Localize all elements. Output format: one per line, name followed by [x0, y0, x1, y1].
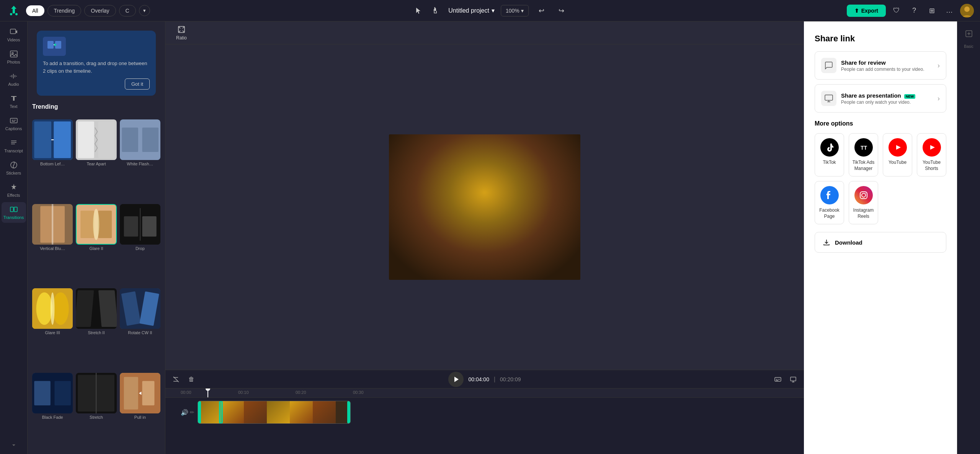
delete-clip-button[interactable]: 🗑 — [185, 373, 198, 385]
video-clip[interactable] — [198, 401, 351, 424]
platform-youtube-shorts[interactable]: YouTube Shorts — [917, 133, 946, 176]
transition-item-rotate-cw-ii[interactable]: Rotate CW II — [120, 288, 160, 370]
left-sidebar: Videos Photos Audio Text Captions Transc… — [0, 21, 28, 454]
caption-toggle[interactable] — [772, 373, 784, 385]
hand-tool[interactable] — [428, 4, 442, 18]
transition-thumb-vertical-blur — [32, 204, 73, 245]
transition-thumb-stretch — [76, 373, 116, 413]
svg-point-30 — [93, 209, 99, 240]
svg-point-36 — [52, 292, 69, 325]
clip-trim-left[interactable] — [198, 401, 201, 423]
platform-tiktok[interactable]: TikTok — [815, 133, 844, 176]
sidebar-item-audio[interactable]: Audio — [2, 69, 26, 90]
ruler-mark-0: 00:00 — [181, 390, 191, 395]
share-presentation-desc: People can only watch your video. — [841, 100, 915, 105]
filter-trending[interactable]: Trending — [47, 5, 82, 16]
sidebar-label-audio: Audio — [8, 82, 19, 87]
filter-dropdown[interactable]: ▾ — [139, 5, 150, 16]
share-review-desc: People can add comments to your video. — [841, 67, 924, 72]
svg-point-69 — [480, 203, 484, 206]
platform-tiktok-ads[interactable]: TT TikTok Ads Manager — [849, 133, 878, 176]
svg-point-99 — [865, 193, 866, 194]
project-title-btn[interactable]: Untitled project ▾ — [448, 7, 495, 14]
transition-item-pull-in[interactable]: Pull in — [120, 373, 160, 454]
svg-marker-86 — [502, 150, 519, 161]
facebook-icon — [820, 186, 839, 204]
sidebar-item-text[interactable]: Text — [2, 91, 26, 112]
transition-item-vertical-blur[interactable]: Vertical Blu… — [32, 204, 73, 286]
sidebar-item-transcript[interactable]: Transcript — [2, 136, 26, 156]
avatar[interactable] — [960, 4, 974, 18]
transition-item-white-flash[interactable]: White Flash… — [120, 119, 160, 201]
basic-panel-btn[interactable] — [960, 24, 978, 43]
svg-marker-85 — [500, 146, 521, 161]
timeline-ruler: 00:00 00:10 00:20 00:30 — [165, 389, 804, 398]
sidebar-item-captions[interactable]: Captions — [2, 113, 26, 134]
ruler-mark-3: 00:30 — [353, 390, 364, 395]
transition-item-stretch-ii[interactable]: Stretch II — [76, 288, 116, 370]
screen-toggle[interactable] — [787, 373, 799, 385]
filter-c[interactable]: C — [119, 5, 136, 16]
share-presentation-option[interactable]: Share as presentation NEW People can onl… — [815, 84, 946, 113]
platform-instagram[interactable]: Instagram Reels — [849, 181, 878, 224]
redo-btn[interactable]: ↪ — [555, 4, 568, 18]
play-button[interactable] — [448, 372, 464, 387]
sidebar-item-effects[interactable]: Effects — [2, 180, 26, 201]
new-badge: NEW — [904, 94, 915, 99]
svg-point-78 — [498, 186, 500, 188]
timeline-area: 🗑 00:04:00 | 00:20:09 — [165, 370, 804, 454]
svg-rect-92 — [791, 377, 796, 381]
volume-icon[interactable]: 🔊 — [181, 409, 188, 416]
svg-point-3 — [964, 7, 970, 12]
pencil-icon[interactable]: ✏ — [190, 409, 194, 415]
grid-btn[interactable]: ⊞ — [925, 4, 939, 18]
transition-item-tear-apart[interactable]: Tear Apart — [76, 119, 116, 201]
transition-thumb-glare-ii — [76, 204, 116, 245]
share-presentation-title: Share as presentation NEW — [841, 92, 915, 99]
filter-all[interactable]: All — [26, 5, 44, 16]
svg-rect-45 — [34, 381, 51, 405]
svg-rect-46 — [54, 381, 71, 405]
sidebar-item-transitions[interactable]: Transitions — [2, 202, 26, 223]
undo-btn[interactable]: ↩ — [535, 4, 549, 18]
got-it-button[interactable]: Got it — [125, 78, 150, 90]
share-for-review-option[interactable]: Share for review People can add comments… — [815, 51, 946, 80]
sidebar-item-stickers[interactable]: Stickers — [2, 158, 26, 178]
clip-trim-right[interactable] — [347, 401, 350, 423]
platform-facebook[interactable]: Facebook Page — [815, 181, 844, 224]
transition-tooltip-box: To add a transition, drag and drop one b… — [37, 31, 156, 96]
platform-youtube[interactable]: YouTube — [883, 133, 912, 176]
transition-item-glare-ii[interactable]: Glare II — [76, 204, 116, 286]
sidebar-expand-btn[interactable] — [2, 439, 26, 451]
more-btn[interactable]: … — [942, 4, 956, 18]
transition-item-stretch[interactable]: Stretch — [76, 373, 116, 454]
share-option-text-review: Share for review People can add comments… — [841, 59, 924, 72]
youtube-shorts-name: YouTube Shorts — [920, 160, 943, 171]
svg-point-98 — [862, 193, 866, 197]
shield-btn[interactable]: 🛡 — [890, 4, 903, 18]
help-btn[interactable]: ? — [907, 4, 921, 18]
tooltip-preview-icon — [43, 37, 66, 56]
trim-button[interactable] — [170, 373, 182, 385]
share-panel: Share link Share for review People can a… — [804, 21, 957, 454]
transition-label-black-fade: Black Fade — [32, 415, 73, 423]
select-tool[interactable] — [412, 4, 425, 18]
download-button[interactable]: Download — [815, 232, 946, 253]
svg-marker-84 — [450, 150, 467, 161]
transition-item-glare-iii[interactable]: Glare III — [32, 288, 73, 370]
transition-item-bottom-left[interactable]: Bottom Lef… — [32, 119, 73, 201]
video-canvas — [165, 44, 804, 370]
svg-marker-96 — [930, 145, 935, 150]
filter-overlay[interactable]: Overlay — [84, 5, 116, 16]
svg-point-74 — [494, 183, 502, 193]
sidebar-item-photos[interactable]: Photos — [2, 47, 26, 67]
export-button[interactable]: ⬆ Export — [847, 5, 886, 17]
transition-item-drop[interactable]: Drop — [120, 204, 160, 286]
ratio-button[interactable]: Ratio — [172, 22, 191, 44]
zoom-control[interactable]: 100% ▾ — [501, 5, 529, 16]
transition-item-black-fade[interactable]: Black Fade — [32, 373, 73, 454]
transition-label-stretch-ii: Stretch II — [76, 330, 116, 338]
sidebar-item-videos[interactable]: Videos — [2, 24, 26, 45]
transition-thumb-pull-in — [120, 373, 160, 413]
transition-thumb-stretch-ii — [76, 288, 116, 329]
